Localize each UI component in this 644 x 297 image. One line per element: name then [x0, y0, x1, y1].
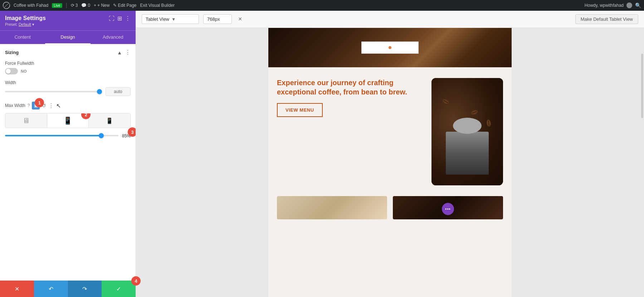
collapse-icon[interactable]: ▲ [117, 50, 122, 55]
max-width-slider-row: 85% 3 [5, 132, 131, 139]
bottom-images-row: ••• [268, 196, 512, 219]
fullscreen-icon[interactable]: ⛶ [109, 15, 114, 22]
make-default-button[interactable]: Make Default Tablet View [575, 14, 638, 24]
width-slider-track[interactable] [5, 91, 102, 92]
width-slider-row: auto [5, 87, 131, 96]
help-icon[interactable]: ? [28, 103, 30, 108]
section-menu-icon[interactable]: ⋮ [125, 49, 131, 56]
more-icon[interactable]: ⋮ [48, 102, 54, 109]
width-input[interactable]: auto [106, 87, 131, 96]
live-badge: Live [52, 3, 62, 8]
width-slider-thumb[interactable] [97, 89, 102, 94]
more-options-icon[interactable]: ⋮ [125, 15, 131, 22]
form-overlay [361, 42, 419, 54]
undo-button[interactable]: ↶ [34, 281, 68, 297]
view-selector[interactable]: Tablet View ▼ [142, 14, 199, 24]
force-fullwidth-toggle[interactable] [5, 68, 18, 74]
desktop-icon: 🖥 [23, 117, 30, 125]
new-button[interactable]: + + New [94, 3, 109, 8]
desktop-size-btn[interactable]: 🖥 [5, 113, 47, 128]
panel-content: Sizing ▲ ⋮ Force Fullwidth NO Width [0, 44, 136, 281]
panel-title: Image Settings [5, 15, 46, 21]
content-section: Experience our journey of crafting excep… [268, 67, 512, 196]
exit-builder-button[interactable]: Exit Visual Builder [140, 3, 175, 8]
tab-design[interactable]: Design [45, 31, 90, 44]
update-count[interactable]: ⟳ 3 [71, 3, 78, 8]
chevron-down-icon: ▼ [171, 17, 176, 22]
cursor-icon: ↖ [56, 102, 61, 109]
step-badge-4: 4 [131, 276, 141, 286]
max-width-label: Max Width [5, 103, 25, 108]
panel-preset: Preset: Default ▾ [5, 22, 46, 27]
main-layout: Image Settings Preset: Default ▾ ⛶ ⊞ ⋮ C… [0, 11, 644, 297]
content-heading: Experience our journey of crafting excep… [277, 78, 424, 97]
max-width-slider-track[interactable] [5, 135, 118, 136]
admin-bar: Coffee with Fahad Live | ⟳ 3 💬 0 + + New… [0, 0, 644, 11]
device-size-row: 🖥 📱 2 📱 [5, 113, 131, 128]
grid-icon[interactable]: ⊞ [117, 15, 122, 22]
bottom-image-1 [277, 196, 387, 219]
toggle-no-label: NO [21, 69, 27, 73]
panel-actions: ✕ ↶ ↷ ✓ 4 [0, 281, 136, 297]
bottom-image-2: ••• [393, 196, 503, 219]
mobile-size-btn[interactable]: 📱 [89, 113, 130, 128]
coffee-hero [268, 28, 512, 67]
avatar[interactable] [626, 3, 632, 8]
view-toolbar: Tablet View ▼ × Make Default Tablet View [136, 11, 644, 28]
left-panel: Image Settings Preset: Default ▾ ⛶ ⊞ ⋮ C… [0, 11, 136, 297]
cancel-button[interactable]: ✕ [0, 281, 34, 297]
sizing-section-header: Sizing ▲ ⋮ [5, 49, 131, 56]
force-fullwidth-row: NO [5, 68, 131, 74]
preview-container: Experience our journey of crafting excep… [268, 28, 512, 297]
search-icon[interactable]: 🔍 [635, 3, 641, 8]
scrollbar[interactable] [641, 54, 643, 118]
max-width-row: Max Width ? ▣ 1 ↺ ⋮ ↖ [5, 102, 131, 109]
page-preview: Experience our journey of crafting excep… [136, 28, 644, 297]
panel-header: Image Settings Preset: Default ▾ ⛶ ⊞ ⋮ [0, 11, 136, 30]
view-menu-button[interactable]: View Menu [277, 103, 323, 117]
width-label: Width [5, 80, 131, 85]
width-input-field[interactable] [203, 14, 232, 24]
admin-bar-left: Coffee with Fahad Live | ⟳ 3 💬 0 + + New… [3, 2, 580, 9]
admin-bar-right: Howdy, wpwithfahad 🔍 [585, 3, 641, 8]
tab-advanced[interactable]: Advanced [91, 31, 136, 44]
right-content: Tablet View ▼ × Make Default Tablet View [136, 11, 644, 297]
site-name[interactable]: Coffee with Fahad [14, 3, 48, 8]
comment-count[interactable]: 💬 0 [81, 3, 90, 8]
comment-icon: 💬 [81, 3, 87, 8]
plus-icon: + [94, 3, 96, 8]
purple-dots-button[interactable]: ••• [442, 203, 454, 215]
edit-page-button[interactable]: ✎ Edit Page [113, 3, 136, 8]
close-toolbar-button[interactable]: × [236, 15, 244, 24]
max-width-slider-thumb[interactable] [99, 133, 104, 138]
save-button[interactable]: ✓ [102, 281, 136, 297]
tablet-size-btn[interactable]: 📱 2 [47, 113, 89, 128]
howdy-text: Howdy, wpwithfahad [585, 3, 624, 8]
width-section: Width auto [5, 80, 131, 96]
step-badge-3: 3 [128, 127, 136, 137]
sizing-title: Sizing [5, 50, 19, 55]
circle-icon: ⟳ [71, 3, 74, 8]
tab-content[interactable]: Content [0, 31, 45, 44]
content-text: Experience our journey of crafting excep… [277, 78, 424, 117]
force-fullwidth-label: Force Fullwidth [5, 61, 131, 66]
tablet-icon: 📱 [63, 116, 72, 125]
coffee-beans-image [431, 78, 503, 185]
mobile-icon: 📱 [106, 117, 113, 124]
redo-button[interactable]: ↷ [68, 281, 102, 297]
edit-icon: ✎ [113, 3, 117, 8]
panel-tabs: Content Design Advanced [0, 30, 136, 44]
wp-logo-icon[interactable] [3, 2, 10, 9]
